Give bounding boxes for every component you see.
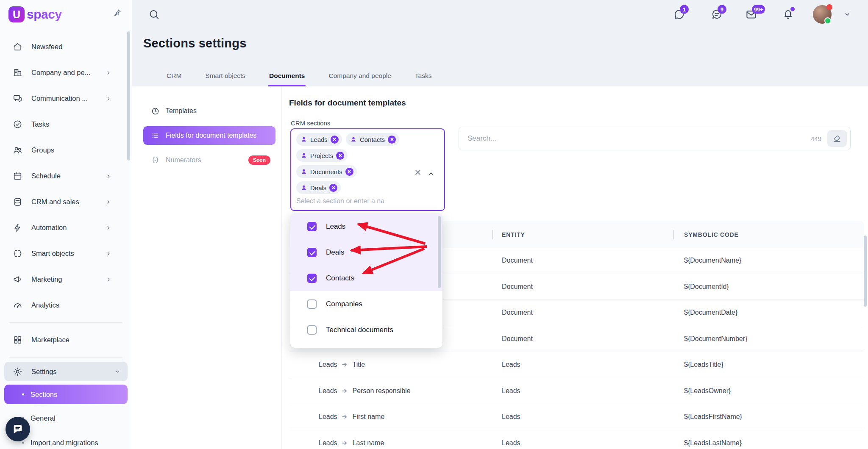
sidebar-item-settings[interactable]: Settings <box>4 362 128 381</box>
chip-leads[interactable]: Leads <box>296 133 342 146</box>
mail-button[interactable]: 99+ <box>746 9 757 20</box>
sidebar-item-analytics[interactable]: Analytics <box>4 292 128 318</box>
settings-subnav: Templates Fields for document templates … <box>132 86 282 449</box>
sidebar-item-marketplace[interactable]: Marketplace <box>4 327 128 353</box>
sidebar-item-newsfeed[interactable]: Newsfeed <box>4 34 128 60</box>
global-search-button[interactable] <box>148 9 160 20</box>
list-icon <box>151 131 160 140</box>
sidebar-item-sections[interactable]: Sections <box>4 385 128 404</box>
sidebar-item-smart-objects[interactable]: Smart objects <box>4 241 128 266</box>
sidebar-item-label: Sections <box>31 391 57 399</box>
checkbox[interactable] <box>307 222 317 231</box>
sidebar-item-label: Newsfeed <box>31 43 62 51</box>
chip-remove-icon[interactable] <box>331 136 339 144</box>
tab-crm[interactable]: CRM <box>166 68 182 86</box>
chevron-down-icon <box>843 10 852 19</box>
crm-icon <box>13 197 22 207</box>
sidebar-item-company-and-people[interactable]: Company and pe... <box>4 60 128 86</box>
field-section: Leads <box>319 439 337 447</box>
sidebar-item-crm-and-sales[interactable]: CRM and sales <box>4 189 128 215</box>
sidebar-item-marketing[interactable]: Marketing <box>4 266 128 292</box>
dropdown-option-label: Technical documents <box>326 326 393 334</box>
sidebar-item-groups[interactable]: Groups <box>4 137 128 163</box>
subnav-item-numerators[interactable]: Numerators Soon <box>143 151 275 169</box>
eraser-icon <box>832 134 842 143</box>
checkbox[interactable] <box>307 248 317 257</box>
checkbox[interactable] <box>307 274 317 283</box>
checkbox[interactable] <box>307 299 317 309</box>
divider <box>9 322 122 323</box>
tab-company-and-people[interactable]: Company and people <box>328 68 392 86</box>
sidebar-item-automation[interactable]: Automation <box>4 215 128 241</box>
cell-entity: Document <box>502 309 533 316</box>
chip-row: Leads Contacts <box>296 133 439 146</box>
chevron-right-icon <box>105 69 112 76</box>
sidebar-item-communication[interactable]: Communication ... <box>4 86 128 111</box>
chip-remove-icon[interactable] <box>345 168 353 176</box>
chip-remove-icon[interactable] <box>336 152 344 160</box>
dropdown-option-leads[interactable]: Leads <box>290 213 442 239</box>
cell-entity: Document <box>502 257 533 264</box>
clear-search-button[interactable] <box>827 130 847 147</box>
dropdown-option-label: Companies <box>326 300 362 308</box>
clear-selection-button[interactable] <box>414 168 422 177</box>
multiselect-input[interactable]: Select a section or enter a na <box>296 197 439 205</box>
subnav-item-label: Numerators <box>166 156 201 164</box>
dropdown-option-deals[interactable]: Deals <box>290 239 442 265</box>
cell-entity: Leads <box>502 413 520 421</box>
sections-dropdown: Leads Deals Contacts Companies Technical… <box>290 213 442 348</box>
dropdown-scrollbar[interactable] <box>438 216 441 288</box>
chip-remove-icon[interactable] <box>329 184 337 192</box>
chip-deals[interactable]: Deals <box>296 181 341 194</box>
subnav-item-fields-for-document-templates[interactable]: Fields for document templates <box>143 126 275 145</box>
sidebar-item-label: Marketplace <box>31 336 70 344</box>
subnav-item-templates[interactable]: Templates <box>143 102 275 120</box>
notifications-button[interactable] <box>782 9 794 20</box>
page-title: Sections settings <box>143 36 247 50</box>
chip-label: Contacts <box>360 136 385 143</box>
search-result-count: 449 <box>811 135 821 142</box>
user-menu-toggle[interactable] <box>843 10 852 19</box>
app: U spacy Newsfeed Company and pe... Commu… <box>0 0 868 449</box>
groups-icon <box>13 145 22 155</box>
cell-name: Leads First name <box>319 413 384 421</box>
cell-name: Leads Title <box>319 361 365 369</box>
soon-badge: Soon <box>248 155 270 165</box>
table-row: Leads First name Leads ${LeadsFirstName} <box>289 404 864 430</box>
logo[interactable]: U spacy <box>0 0 132 29</box>
user-menu[interactable] <box>813 5 832 24</box>
checkbox[interactable] <box>307 325 317 335</box>
field-name: Person responsible <box>353 387 411 395</box>
dropdown-option-companies[interactable]: Companies <box>290 291 442 317</box>
settings-icon <box>13 367 22 377</box>
chip-remove-icon[interactable] <box>388 136 396 144</box>
table-row: Leads Title Leads ${LeadsTitle} <box>289 352 864 378</box>
cell-symbolic-code: ${LeadsOwner} <box>684 387 731 395</box>
chip-row: Deals <box>296 181 439 194</box>
tab-tasks[interactable]: Tasks <box>414 68 433 86</box>
page-scrollbar[interactable] <box>864 236 867 307</box>
tab-documents[interactable]: Documents <box>268 68 306 86</box>
field-name: First name <box>353 413 385 421</box>
dropdown-option-contacts[interactable]: Contacts <box>290 265 442 291</box>
newsfeed-icon <box>13 42 22 52</box>
chip-projects[interactable]: Projects <box>296 149 348 162</box>
sidebar-item-tasks[interactable]: Tasks <box>4 111 128 137</box>
tab-smart-objects[interactable]: Smart objects <box>204 68 246 86</box>
crm-sections-multiselect[interactable]: Leads Contacts Projects <box>290 128 445 211</box>
search-input[interactable] <box>467 134 811 143</box>
sidebar-item-schedule[interactable]: Schedule <box>4 163 128 189</box>
analytics-icon <box>13 300 22 310</box>
collapse-dropdown-button[interactable] <box>427 170 435 177</box>
comments-button[interactable]: 9 <box>711 9 723 20</box>
communication-icon <box>13 94 22 103</box>
cell-entity: Leads <box>502 439 520 447</box>
pin-sidebar-button[interactable] <box>112 8 122 18</box>
sidebar-scrollbar[interactable] <box>127 31 130 161</box>
chip-documents[interactable]: Documents <box>296 165 357 178</box>
chat-launcher-button[interactable] <box>6 417 30 441</box>
dropdown-option-technical-documents[interactable]: Technical documents <box>290 317 442 343</box>
tasks-icon <box>13 119 22 129</box>
chip-contacts[interactable]: Contacts <box>346 133 399 146</box>
messages-button[interactable]: 1 <box>673 9 685 20</box>
